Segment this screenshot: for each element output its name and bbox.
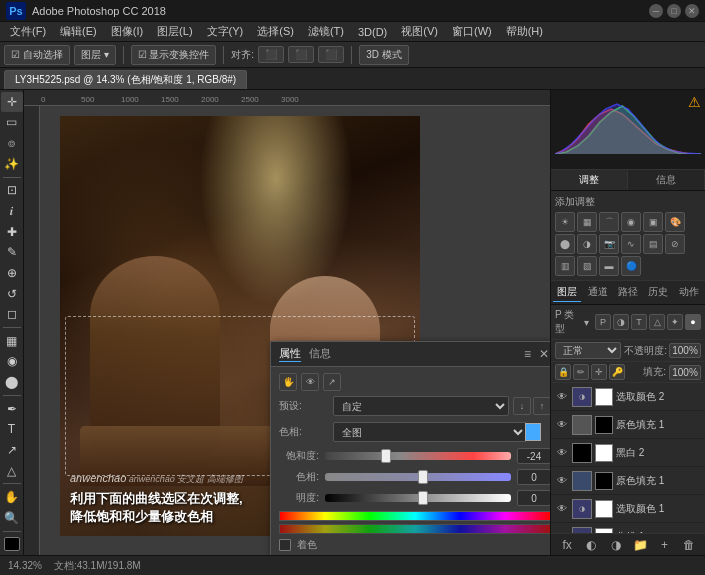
colorize-checkbox[interactable] (279, 539, 291, 551)
tool-marquee[interactable]: ▭ (1, 113, 23, 133)
preset-load-icon[interactable]: ↓ (513, 397, 531, 415)
panel-tab-info[interactable]: 信息 (309, 346, 331, 362)
menu-help[interactable]: 帮助(H) (500, 22, 549, 41)
filter-icon-pixel[interactable]: P (595, 314, 611, 330)
tool-lasso[interactable]: ⌾ (1, 133, 23, 153)
adj-curves[interactable]: ⌒ (599, 212, 619, 232)
hue-sat-lock-btn[interactable]: 🖐 (279, 373, 297, 391)
toolbar-layer-select[interactable]: 图层 ▾ (74, 45, 116, 65)
canvas-content[interactable]: anwenchao anwenchao 安文超 高端修图 利用下面的曲线选区在次… (40, 106, 550, 555)
layer-eye-bw2[interactable]: 👁 (555, 446, 569, 460)
lightness-track[interactable] (325, 492, 511, 504)
close-button[interactable]: ✕ (685, 4, 699, 18)
tool-text[interactable]: T (1, 420, 23, 440)
adj-brightness[interactable]: ☀ (555, 212, 575, 232)
lock-all[interactable]: 🔑 (609, 364, 625, 380)
adj-exposure[interactable]: ◉ (621, 212, 641, 232)
adj-color-lookup[interactable]: ▤ (643, 234, 663, 254)
tool-eraser[interactable]: ◻ (1, 304, 23, 324)
menu-edit[interactable]: 编辑(E) (54, 22, 103, 41)
layers-tab-actions[interactable]: 动作 (675, 283, 703, 302)
menu-image[interactable]: 图像(I) (105, 22, 149, 41)
tool-foreground-color[interactable] (4, 537, 20, 552)
adj-posterize[interactable]: ▥ (555, 256, 575, 276)
minimize-button[interactable]: ─ (649, 4, 663, 18)
toolbar-align-left[interactable]: ⬛ (258, 46, 284, 63)
adj-bw[interactable]: ◑ (577, 234, 597, 254)
saturation-track[interactable] (325, 450, 511, 462)
tool-history-brush[interactable]: ↺ (1, 284, 23, 304)
tool-eyedropper[interactable]: 𝒊 (1, 201, 23, 221)
filter-dropdown-arrow[interactable]: ▾ (584, 317, 589, 328)
layer-delete-button[interactable]: 🗑 (680, 536, 698, 554)
hue-track[interactable] (325, 471, 511, 483)
filter-toggle[interactable]: ● (685, 314, 701, 330)
filter-icon-type[interactable]: T (631, 314, 647, 330)
filter-icon-adj[interactable]: ◑ (613, 314, 629, 330)
preset-select[interactable]: 自定 (333, 396, 509, 416)
adj-hue-sat[interactable]: 🎨 (665, 212, 685, 232)
adj-channel-mix[interactable]: ∿ (621, 234, 641, 254)
hue-sat-eye-btn[interactable]: 👁 (301, 373, 319, 391)
panel-menu-icon[interactable]: ≡ (522, 347, 533, 361)
layer-eye-selective1[interactable]: 👁 (555, 502, 569, 516)
filter-icon-smart[interactable]: ✦ (667, 314, 683, 330)
maximize-button[interactable]: □ (667, 4, 681, 18)
adj-gradient-map[interactable]: ▬ (599, 256, 619, 276)
lock-transparency[interactable]: 🔒 (555, 364, 571, 380)
adj-threshold[interactable]: ▧ (577, 256, 597, 276)
fill-input[interactable] (669, 365, 701, 380)
adj-levels[interactable]: ▦ (577, 212, 597, 232)
tool-path-select[interactable]: ↗ (1, 440, 23, 460)
layer-group-button[interactable]: 📁 (631, 536, 649, 554)
hue-sat-cursor-btn[interactable]: ↗ (323, 373, 341, 391)
lightness-thumb[interactable] (418, 491, 428, 505)
tool-heal[interactable]: ✚ (1, 222, 23, 242)
lock-pixels[interactable]: ✏ (573, 364, 589, 380)
adj-selective-color[interactable]: 🔵 (621, 256, 641, 276)
menu-type[interactable]: 文字(Y) (201, 22, 250, 41)
adj-vibrance[interactable]: ▣ (643, 212, 663, 232)
tool-crop[interactable]: ⊡ (1, 181, 23, 201)
lock-position[interactable]: ✛ (591, 364, 607, 380)
blend-mode-select[interactable]: 正常 (555, 342, 621, 359)
layer-eye-solidfill2[interactable]: 👁 (555, 474, 569, 488)
tool-magic-wand[interactable]: ✨ (1, 154, 23, 174)
tool-gradient[interactable]: ▦ (1, 331, 23, 351)
panel-tab-properties[interactable]: 属性 (279, 346, 301, 362)
preset-save-icon[interactable]: ↑ (533, 397, 550, 415)
right-tab-adjust[interactable]: 调整 (551, 170, 628, 190)
toolbar-align-center[interactable]: ⬛ (288, 46, 314, 63)
menu-layer[interactable]: 图层(L) (151, 22, 198, 41)
layer-item-solidfill2[interactable]: 👁 原色填充 1 (551, 467, 705, 495)
tool-shape[interactable]: △ (1, 461, 23, 481)
hue-value-input[interactable] (517, 469, 550, 485)
layer-eye-solidfill1[interactable]: 👁 (555, 418, 569, 432)
menu-filter[interactable]: 滤镜(T) (302, 22, 350, 41)
panel-close-icon[interactable]: ✕ (537, 347, 550, 361)
toolbar-3d-mode[interactable]: 3D 模式 (359, 45, 409, 65)
tool-dodge[interactable]: ⬤ (1, 372, 23, 392)
tool-blur[interactable]: ◉ (1, 352, 23, 372)
saturation-value-input[interactable] (517, 448, 550, 464)
menu-file[interactable]: 文件(F) (4, 22, 52, 41)
layer-adjustment-button[interactable]: ◑ (607, 536, 625, 554)
layer-item-selective2[interactable]: 👁 ◑ 选取颜色 2 (551, 383, 705, 411)
opacity-input[interactable] (669, 343, 701, 358)
filter-icon-shape[interactable]: △ (649, 314, 665, 330)
document-tab[interactable]: LY3H5225.psd @ 14.3% (色相/饱和度 1, RGB/8#) (4, 70, 247, 89)
layer-eye-selective2[interactable]: 👁 (555, 390, 569, 404)
right-tab-info[interactable]: 信息 (628, 170, 705, 190)
tool-hand[interactable]: ✋ (1, 487, 23, 507)
layers-tab-history[interactable]: 历史 (644, 283, 672, 302)
layers-tab-layers[interactable]: 图层 (553, 283, 581, 302)
window-controls[interactable]: ─ □ ✕ (649, 4, 699, 18)
tool-brush[interactable]: ✎ (1, 242, 23, 262)
adj-photo-filter[interactable]: 📷 (599, 234, 619, 254)
layer-new-button[interactable]: + (655, 536, 673, 554)
layer-item-solidfill1[interactable]: 👁 原色填充 1 (551, 411, 705, 439)
toolbar-align-right[interactable]: ⬛ (318, 46, 344, 63)
layer-mask-button[interactable]: ◐ (582, 536, 600, 554)
menu-view[interactable]: 视图(V) (395, 22, 444, 41)
layers-tab-paths[interactable]: 路径 (614, 283, 642, 302)
